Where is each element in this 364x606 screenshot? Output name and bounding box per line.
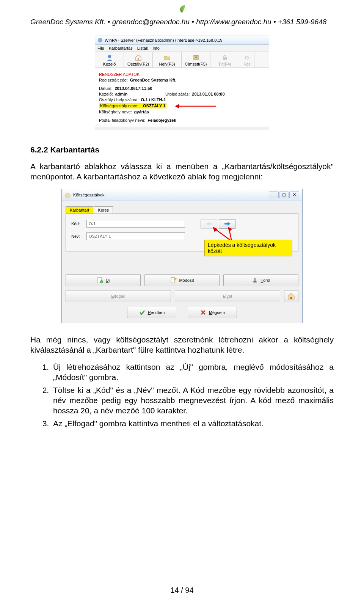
svg-point-0 bbox=[98, 38, 102, 42]
svg-point-6 bbox=[245, 56, 248, 59]
red-arrow-icon bbox=[175, 102, 217, 110]
paragraph-after: Ha még nincs, vagy költségosztályt szere… bbox=[30, 334, 334, 355]
elfogad-button[interactable]: Elfogad bbox=[66, 290, 171, 302]
value-oszthely: O-1 / KLTH-1 bbox=[141, 97, 166, 102]
value-koltseghely: gyártás bbox=[134, 110, 149, 114]
svg-point-1 bbox=[108, 55, 111, 58]
svg-rect-2 bbox=[138, 58, 139, 60]
home-button[interactable] bbox=[284, 290, 298, 302]
page-number: 14 / 94 bbox=[0, 586, 364, 595]
arrow-right-icon bbox=[224, 221, 231, 226]
svg-marker-10 bbox=[224, 222, 231, 226]
toolbar-kezelo[interactable]: Kezelő bbox=[95, 52, 124, 68]
tab-strip: Karbantart Keres bbox=[66, 206, 298, 214]
svg-rect-20 bbox=[290, 297, 292, 299]
close-button[interactable]: ✕ bbox=[289, 192, 299, 198]
input-nev[interactable] bbox=[86, 232, 185, 240]
logo bbox=[30, 0, 334, 18]
toolbar-kot: Köt bbox=[239, 52, 254, 68]
menu-listak[interactable]: Listák bbox=[137, 46, 148, 50]
label-koltseghely: Költséghely neve: bbox=[99, 110, 132, 114]
maximize-button[interactable]: ▢ bbox=[279, 192, 289, 198]
list-item: Töltse ki a „Kód" és a „Név" mezőt. A Kó… bbox=[51, 385, 334, 416]
value-regcompany: GreenDoc Systems Kft. bbox=[130, 78, 176, 82]
uj-button[interactable]: + Új bbox=[66, 274, 141, 286]
addressbook-icon bbox=[193, 54, 199, 61]
label-kezelo: Kezelő: bbox=[99, 92, 113, 96]
dialog-title: Költségosztályok bbox=[73, 193, 105, 197]
toolbar-tilt: Tilt(F4) bbox=[210, 52, 239, 68]
folder-icon bbox=[164, 54, 171, 61]
section-heading: 6.2.2 Karbantartás bbox=[30, 145, 334, 154]
svg-marker-8 bbox=[175, 104, 179, 108]
list-item: Új létrehozásához kattintson az „Új" gom… bbox=[51, 362, 334, 383]
svg-text:+: + bbox=[101, 281, 102, 283]
label-nev: Név: bbox=[71, 234, 83, 239]
page-header: GreenDoc Systems Kft. • greendoc@greendo… bbox=[30, 18, 334, 26]
tab-keres[interactable]: Keres bbox=[94, 206, 113, 214]
input-kod[interactable] bbox=[86, 220, 185, 228]
edit-icon bbox=[170, 277, 177, 284]
lock-icon bbox=[221, 54, 228, 61]
rendben-button[interactable]: Rendben bbox=[127, 307, 176, 318]
window-controls: ─ ▢ ✕ bbox=[269, 192, 299, 198]
person-icon bbox=[106, 54, 113, 61]
check-icon bbox=[139, 309, 146, 316]
screenshot-koltsegosztalyok-dialog: Költségosztályok ─ ▢ ✕ Karbantart Keres … bbox=[61, 189, 303, 323]
info-panel: RENDSZER ADATOK Regisztrált cég:GreenDoc… bbox=[95, 68, 269, 127]
link-icon bbox=[243, 54, 250, 61]
modosit-button[interactable]: Módosít bbox=[144, 274, 220, 286]
menu-info[interactable]: Info bbox=[152, 46, 159, 50]
callout-note: Lépkedés a költségosztályok között bbox=[204, 240, 292, 256]
value-postai: Feladójegyzék bbox=[147, 118, 176, 122]
minimize-button[interactable]: ─ bbox=[269, 192, 279, 198]
button-row-1: + Új Módosít Töröl bbox=[66, 274, 298, 286]
arrow-left-icon bbox=[205, 221, 213, 226]
house-icon bbox=[135, 54, 142, 61]
svg-rect-5 bbox=[223, 57, 227, 60]
value-utolsozaras: 2013.01.01 08:00 bbox=[192, 92, 224, 96]
elvet-button[interactable]: Elvet bbox=[175, 290, 280, 302]
leaf-icon bbox=[177, 4, 187, 14]
value-kezelo: admin bbox=[115, 92, 127, 96]
menubar: File Karbantartás Listák Info bbox=[95, 45, 269, 52]
house-icon bbox=[65, 192, 71, 198]
menu-file[interactable]: File bbox=[97, 46, 104, 50]
tab-karbantart[interactable]: Karbantart bbox=[66, 206, 93, 214]
label-postai: Postai feladókönyv neve: bbox=[99, 118, 145, 122]
form-area: Kód: Név: Lépkedés a költségosztályok kö… bbox=[66, 214, 298, 251]
window-footer-bar bbox=[95, 127, 269, 130]
toolbar-osztaly[interactable]: Osztály(F2) bbox=[124, 52, 153, 68]
app-icon bbox=[97, 38, 103, 43]
svg-point-4 bbox=[195, 57, 197, 58]
home-icon bbox=[287, 292, 295, 300]
toolbar-hely[interactable]: Hely(F3) bbox=[153, 52, 182, 68]
label-kod: Kód: bbox=[71, 221, 83, 226]
toolbar: Kezelő Osztály(F2) Hely(F3) Címzett(F5) … bbox=[95, 52, 269, 68]
window-titlebar: WinPA - Szerver (Felhasználó:admin) (Int… bbox=[95, 36, 269, 45]
paragraph-intro: A karbantartó ablakhoz válassza ki a men… bbox=[30, 161, 334, 182]
nav-next-button[interactable] bbox=[219, 219, 236, 229]
label-date: Dátum: bbox=[99, 86, 112, 91]
label-koltsegosztaly: Költségosztály neve: bbox=[100, 104, 138, 108]
button-row-2: Elfogad Elvet bbox=[66, 290, 298, 302]
window-title: WinPA - Szerver (Felhasználó:admin) (Int… bbox=[105, 38, 223, 42]
svg-marker-9 bbox=[206, 222, 212, 226]
megsem-button[interactable]: Mégsem bbox=[188, 307, 237, 318]
toolbar-cimzett[interactable]: Címzett(F5) bbox=[182, 52, 210, 68]
menu-karbantartas[interactable]: Karbantartás bbox=[109, 46, 133, 50]
svg-rect-19 bbox=[254, 278, 256, 281]
value-date: 2013.04.0617:11:50 bbox=[115, 86, 152, 91]
value-koltsegosztaly: OSZTÁLY 1 bbox=[143, 104, 165, 108]
label-utolsozaras: Utolsó zárás: bbox=[165, 92, 190, 96]
torol-button[interactable]: Töröl bbox=[223, 274, 298, 286]
section-title: RENDSZER ADATOK bbox=[99, 72, 140, 77]
label-regcompany: Regisztrált cég: bbox=[99, 78, 128, 82]
screenshot-winpa-main: WinPA - Szerver (Felhasználó:admin) (Int… bbox=[95, 36, 269, 130]
instruction-list: Új létrehozásához kattintson az „Új" gom… bbox=[51, 362, 334, 429]
cancel-icon bbox=[200, 309, 207, 316]
nav-prev-button[interactable] bbox=[200, 219, 217, 229]
list-item: Az „Elfogad" gombra kattintva mentheti e… bbox=[51, 418, 334, 429]
ok-cancel-row: Rendben Mégsem bbox=[66, 307, 298, 318]
new-file-icon: + bbox=[97, 277, 104, 284]
